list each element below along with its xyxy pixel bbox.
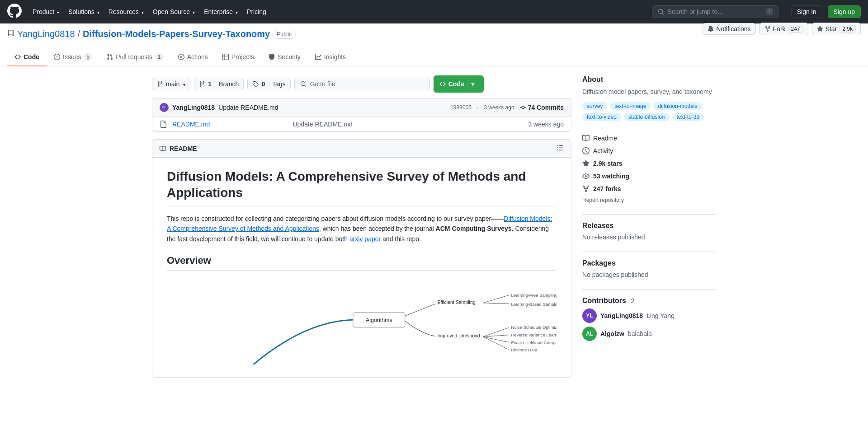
readme-body: Diffusion Models: A Comprehensive Survey… <box>152 158 571 377</box>
tag-count-link[interactable]: 0 Tags <box>247 78 290 90</box>
watching-link[interactable]: 53 watching <box>582 170 716 182</box>
readme-box: README Diffusion Models: A Comprehensive… <box>152 139 571 378</box>
file-table: README.md Update README.md 3 weeks ago <box>152 117 571 132</box>
notifications-button[interactable]: Notifications <box>703 23 755 35</box>
contributor-username-1[interactable]: Algolzw <box>600 330 624 337</box>
commit-relative-time: 3 weeks ago <box>484 104 514 111</box>
top-nav-links: Product Solutions Resources Open Source … <box>29 5 270 18</box>
activity-icon <box>582 147 590 154</box>
file-commit-message[interactable]: Update README.md <box>292 121 523 128</box>
packages-section: Packages No packages published <box>582 259 716 278</box>
contributor-name-0: Ling Yang <box>646 312 675 319</box>
breadcrumb: YangLing0818 / Diffusion-Models-Papers-S… <box>7 29 296 39</box>
tab-code[interactable]: Code <box>7 48 47 66</box>
no-packages: No packages published <box>582 271 716 278</box>
tab-issues[interactable]: Issues 5 <box>47 48 99 66</box>
svg-line-4 <box>483 295 509 303</box>
commits-link[interactable]: 74 Commits <box>520 104 564 111</box>
code-button-group: Code ▾ <box>434 75 484 93</box>
overview-diagram: Algorithms Efficient Sampling Learning-F… <box>167 276 557 366</box>
commit-author-name[interactable]: YangLing0818 <box>172 104 215 111</box>
tab-security[interactable]: Security <box>261 48 308 66</box>
branch-count-link[interactable]: 1 Branch <box>194 78 244 90</box>
contributor-username-0[interactable]: YangLing0818 <box>600 312 643 319</box>
issues-count: 5 <box>84 53 92 61</box>
svg-line-23 <box>483 336 509 342</box>
nav-solutions[interactable]: Solutions <box>65 5 103 18</box>
repo-meta-section: Readme Activity 2.9k stars 53 watching 2… <box>582 132 716 203</box>
forks-link[interactable]: 247 forks <box>582 182 716 195</box>
repo-icon <box>7 30 14 39</box>
tag-survey[interactable]: survey <box>582 102 607 110</box>
forks-count: 247 forks <box>593 185 621 192</box>
repo-owner[interactable]: YangLing0818 <box>17 29 75 39</box>
readme-title: README <box>160 145 197 152</box>
overview-heading: Overview <box>167 255 557 271</box>
code-button[interactable]: Code ▾ <box>434 75 484 93</box>
tags-container: survey text-to-image diffusion-models te… <box>582 102 716 121</box>
watching-count: 53 watching <box>593 173 629 180</box>
stars-link[interactable]: 2.9k stars <box>582 157 716 170</box>
nav-pricing[interactable]: Pricing <box>243 5 270 18</box>
sign-in-button[interactable]: Sign in <box>791 5 822 18</box>
nav-product[interactable]: Product <box>29 5 63 18</box>
github-logo-icon[interactable] <box>7 4 22 20</box>
contributor-item-0: YL YangLing0818 Ling Yang <box>582 308 716 323</box>
branch-selector[interactable]: main <box>152 78 190 90</box>
tab-pull-requests[interactable]: Pull requests 1 <box>99 48 171 66</box>
contributor-avatar-0: YL <box>582 308 597 323</box>
svg-text:Noise Schedule Optimization: Noise Schedule Optimization <box>511 325 557 330</box>
svg-text:Learning-Based Sampling: Learning-Based Sampling <box>511 301 557 306</box>
activity-link[interactable]: Activity <box>582 145 716 157</box>
readme-heading: Diffusion Models: A Comprehensive Survey… <box>167 168 557 206</box>
tab-projects[interactable]: Projects <box>215 48 262 66</box>
sign-up-button[interactable]: Sign up <box>828 5 861 18</box>
star-button[interactable]: Star 2.9k <box>812 23 861 35</box>
releases-title: Releases <box>582 222 716 230</box>
svg-line-6 <box>483 303 509 304</box>
commit-message[interactable]: Update README.md <box>218 104 447 111</box>
svg-text:Improved Likelihood: Improved Likelihood <box>438 333 480 338</box>
book-icon <box>582 135 590 142</box>
go-to-file-search[interactable]: Go to file <box>294 78 430 90</box>
tag-stable-diffusion[interactable]: stable-diffusion <box>624 113 670 121</box>
repo-name[interactable]: Diffusion-Models-Papers-Survey-Taxonomy <box>83 29 270 39</box>
fork-icon <box>582 185 590 192</box>
tag-diffusion-models[interactable]: diffusion-models <box>653 102 702 110</box>
about-section: About Diffusion model papers, survey, an… <box>582 75 716 121</box>
readme-intro: This repo is constructed for collecting … <box>167 214 557 244</box>
nav-enterprise[interactable]: Enterprise <box>200 5 241 18</box>
svg-text:Efficient Sampling: Efficient Sampling <box>438 299 476 305</box>
file-name[interactable]: README.md <box>172 121 287 128</box>
svg-text:Discrete Data: Discrete Data <box>511 347 538 352</box>
nav-open-source[interactable]: Open Source <box>149 5 199 18</box>
repo-tabs: Code Issues 5 Pull requests 1 Actions Pr… <box>7 48 861 66</box>
file-toolbar: main 1 Branch 0 Tags Go to file Code ▾ <box>152 75 571 93</box>
arxiv-link[interactable]: arxiv paper <box>349 235 381 243</box>
contributors-section: Contributors 2 YL YangLing0818 Ling Yang… <box>582 297 716 341</box>
tag-text-to-video[interactable]: text-to-video <box>582 113 621 121</box>
tab-actions[interactable]: Actions <box>171 48 215 66</box>
contributor-name-1: balabala <box>628 330 652 337</box>
tab-insights[interactable]: Insights <box>308 48 353 66</box>
search-bar[interactable]: Search or jump to... / <box>652 5 778 18</box>
svg-text:Algorithms: Algorithms <box>366 317 392 323</box>
tag-text-to-3d[interactable]: text-to-3d <box>672 113 704 121</box>
readme-link[interactable]: Readme <box>582 132 716 145</box>
about-description: Diffusion model papers, survey, and taxo… <box>582 87 716 97</box>
pr-count: 1 <box>155 53 164 61</box>
nav-resources[interactable]: Resources <box>105 5 147 18</box>
search-placeholder: Search or jump to... <box>668 8 763 15</box>
readme-header: README <box>152 140 571 158</box>
fork-button[interactable]: Fork 247 <box>760 23 808 35</box>
commit-meta: 1989005 · 3 weeks ago 74 Commits <box>450 104 564 111</box>
top-nav-auth: Sign in Sign up <box>791 5 861 18</box>
commit-hash[interactable]: 1989005 <box>450 104 472 111</box>
contributor-avatar-1: AL <box>582 327 597 341</box>
commit-author-avatar: YL <box>160 103 169 112</box>
tag-text-to-image[interactable]: text-to-image <box>610 102 651 110</box>
svg-text:Learning-Free Sampling: Learning-Free Sampling <box>511 293 557 298</box>
report-repository-link[interactable]: Report repository <box>582 197 716 203</box>
main-content: main 1 Branch 0 Tags Go to file Code ▾ <box>145 66 723 387</box>
readme-toc-button[interactable] <box>557 144 564 153</box>
